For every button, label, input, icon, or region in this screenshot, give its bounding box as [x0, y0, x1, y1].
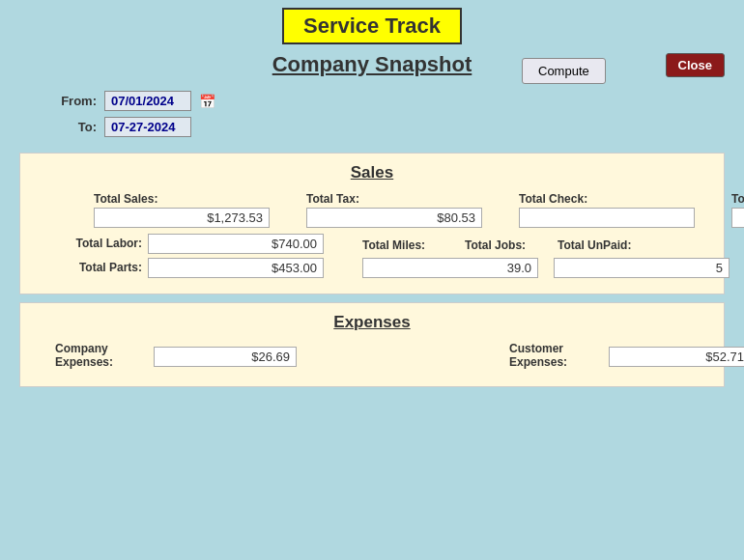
sales-section: Sales Total Sales: Total Tax: Total Chec…: [19, 153, 725, 294]
total-unpaid-label: Total UnPaid:: [558, 238, 654, 252]
miles-jobs-values-row: [362, 258, 744, 278]
customer-expenses-col: Customer Expenses:: [509, 342, 744, 371]
from-to-block: From: 📅 To:: [58, 91, 215, 137]
total-miles-value[interactable]: [362, 258, 538, 278]
customer-expenses-label: Customer Expenses:: [509, 342, 601, 369]
expenses-title: Expenses: [36, 313, 708, 332]
to-label: To:: [58, 120, 97, 134]
from-label: From:: [58, 94, 97, 108]
total-sales-col: Total Sales:: [94, 192, 270, 228]
labor-row: Total Labor:: [55, 234, 324, 254]
total-check-label: Total Check:: [519, 192, 587, 206]
total-cash-col: Total Cash:: [731, 192, 744, 228]
total-tax-col: Total Tax:: [306, 192, 482, 228]
close-button[interactable]: Close: [666, 53, 725, 77]
total-miles-label: Total Miles:: [362, 238, 449, 252]
total-jobs-value[interactable]: [554, 258, 730, 278]
company-expenses-col: Company Expenses:: [55, 342, 297, 371]
app-title: Service Track: [282, 8, 462, 44]
total-check-col: Total Check:: [519, 192, 695, 228]
to-date-input[interactable]: [104, 117, 191, 137]
from-row: From: 📅: [58, 91, 215, 111]
company-expenses-label: Company Expenses:: [55, 342, 146, 369]
expenses-section: Expenses Company Expenses: Customer Expe…: [19, 302, 725, 387]
total-parts-value[interactable]: [148, 258, 324, 278]
total-sales-value[interactable]: [94, 208, 270, 228]
total-labor-value[interactable]: [148, 234, 324, 254]
expenses-row: Company Expenses: Customer Expenses:: [55, 342, 708, 371]
miles-jobs-labels-row: Total Miles: Total Jobs: Total UnPaid:: [362, 238, 744, 254]
sales-title: Sales: [36, 163, 708, 182]
total-labor-label: Total Labor:: [55, 237, 142, 250]
total-cash-label: Total Cash:: [731, 192, 744, 206]
total-cash-value[interactable]: [731, 208, 744, 228]
customer-expenses-value[interactable]: [609, 347, 744, 367]
company-expenses-value[interactable]: [154, 347, 297, 367]
date-section: From: 📅 To:: [58, 91, 744, 137]
calendar-icon[interactable]: 📅: [199, 94, 215, 109]
total-parts-label: Total Parts:: [55, 261, 142, 274]
total-tax-value[interactable]: [306, 208, 482, 228]
labor-parts-block: Total Labor: Total Parts:: [55, 234, 324, 278]
page-subtitle: Company Snapshot: [0, 52, 744, 77]
total-check-value[interactable]: [519, 208, 695, 228]
total-jobs-label: Total Jobs:: [465, 238, 542, 252]
to-row: To:: [58, 117, 215, 137]
total-tax-label: Total Tax:: [306, 192, 359, 206]
miles-jobs-block: Total Miles: Total Jobs: Total UnPaid:: [362, 238, 744, 278]
total-sales-label: Total Sales:: [94, 192, 157, 206]
parts-row: Total Parts:: [55, 258, 324, 278]
from-date-input[interactable]: [104, 91, 191, 111]
compute-button[interactable]: Compute: [522, 58, 606, 84]
title-section: Service Track: [0, 8, 744, 44]
